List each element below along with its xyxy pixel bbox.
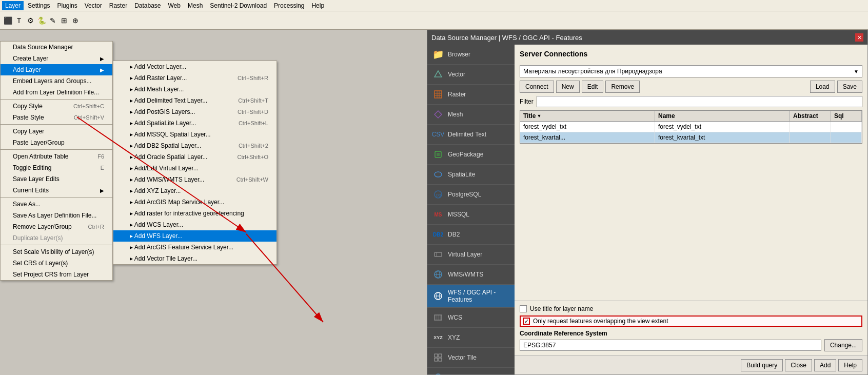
sidebar-item-raster[interactable]: Raster [427, 85, 515, 105]
mssql-icon: MS [432, 209, 444, 220]
filter-input[interactable] [537, 96, 862, 107]
menu-item-embed-layers[interactable]: Embed Layers and Groups... [1, 75, 112, 87]
menu-raster[interactable]: Raster [106, 1, 130, 10]
menu-layer[interactable]: Layer [2, 1, 24, 10]
crs-change-button[interactable]: Change... [824, 339, 862, 351]
sidebar-item-spatialite[interactable]: SpatiaLite [427, 165, 515, 185]
col-name[interactable]: Name [655, 111, 790, 121]
sidebar-item-vector-tile[interactable]: Vector Tile [427, 348, 515, 368]
submenu-add-db2[interactable]: ▸ Add DB2 Spatial Layer... Ctrl+Shift+2 [113, 140, 277, 151]
menu-help[interactable]: Help [308, 1, 327, 10]
sidebar-item-mesh[interactable]: Mesh [427, 105, 515, 125]
submenu-add-vector[interactable]: ▸ Add Vector Layer... [113, 61, 277, 72]
col-abstract[interactable]: Abstract [790, 111, 831, 121]
menu-item-set-project-crs[interactable]: Set Project CRS from Layer [1, 269, 112, 280]
menu-item-current-edits[interactable]: Current Edits ▶ [1, 185, 112, 196]
menu-item-save-as-definition[interactable]: Save As Layer Definition File... [1, 210, 112, 221]
menu-item-remove-layer[interactable]: Remove Layer/Group Ctrl+R [1, 221, 112, 232]
cell-abstract-1 [790, 122, 831, 132]
menu-item-save-layer-edits[interactable]: Save Layer Edits [1, 173, 112, 185]
menu-web[interactable]: Web [165, 1, 184, 10]
col-title[interactable]: Title ▼ [520, 111, 655, 121]
menu-mesh[interactable]: Mesh [185, 1, 206, 10]
submenu-add-arcgis-map[interactable]: ▸ Add ArcGIS Map Service Layer... [113, 196, 277, 208]
sidebar-item-mssql[interactable]: MS MSSQL [427, 205, 515, 225]
sidebar-item-arcgis-map[interactable]: ArcGIS Map Service [427, 368, 515, 374]
submenu-add-georef[interactable]: ▸ Add raster for interactive georeferenc… [113, 208, 277, 219]
sidebar-item-browser[interactable]: 📁 Browser [427, 45, 515, 65]
menu-processing[interactable]: Processing [271, 1, 307, 10]
toolbar-icon-6[interactable]: ⊞ [58, 15, 70, 26]
submenu-add-postgis[interactable]: ▸ Add PostGIS Layers... Ctrl+Shift+D [113, 106, 277, 117]
menu-item-add-layer[interactable]: Add Layer ▶ [1, 64, 112, 75]
menu-item-paste-layer[interactable]: Paste Layer/Group [1, 137, 112, 148]
connection-dropdown[interactable]: Материалы лесоустройства для Природнадзо… [520, 65, 862, 77]
toolbar-icon-5[interactable]: ✎ [47, 15, 58, 26]
sidebar-item-wcs[interactable]: WCS [427, 308, 515, 328]
close-button[interactable]: Close [785, 359, 812, 371]
help-button[interactable]: Help [838, 359, 862, 371]
menu-sentinel[interactable]: Sentinel-2 Download [207, 1, 270, 10]
submenu-add-virtual[interactable]: ▸ Add/Edit Virtual Layer... [113, 163, 277, 174]
menu-plugins[interactable]: Plugins [54, 1, 80, 10]
only-request-checkbox[interactable]: ✓ [523, 318, 530, 325]
edit-button[interactable]: Edit [582, 81, 604, 93]
menu-item-save-as[interactable]: Save As... [1, 199, 112, 210]
save-button[interactable]: Save [837, 81, 862, 93]
add-button[interactable]: Add [814, 359, 836, 371]
menu-settings[interactable]: Settings [25, 1, 53, 10]
load-button[interactable]: Load [810, 81, 835, 93]
dsm-close-button[interactable]: ✕ [855, 33, 863, 42]
menu-item-set-scale[interactable]: Set Scale Visibility of Layer(s) [1, 246, 112, 258]
crs-input[interactable] [520, 340, 821, 351]
toolbar-icon-2[interactable]: T [13, 15, 25, 26]
submenu-add-wcs[interactable]: ▸ Add WCS Layer... [113, 219, 277, 230]
menu-item-open-attribute[interactable]: Open Attribute Table F6 [1, 151, 112, 162]
menu-vector[interactable]: Vector [82, 1, 105, 10]
menu-database[interactable]: Database [131, 1, 164, 10]
menu-item-create-layer[interactable]: Create Layer ▶ [1, 53, 112, 64]
menu-item-copy-layer[interactable]: Copy Layer [1, 126, 112, 137]
menu-item-data-source-manager[interactable]: Data Source Manager [1, 42, 112, 53]
menu-item-copy-style[interactable]: Copy Style Ctrl+Shift+C [1, 101, 112, 112]
submenu-add-arcgis-feature[interactable]: ▸ Add ArcGIS Feature Service Layer... [113, 242, 277, 253]
sidebar-item-wms[interactable]: WMS/WMTS [427, 265, 515, 285]
toolbar-icon-1[interactable]: ⬛ [2, 15, 13, 26]
toolbar-icon-3[interactable]: ⚙ [25, 15, 36, 26]
use-title-checkbox[interactable] [520, 305, 527, 312]
sidebar-item-postgresql[interactable]: pg PostgreSQL [427, 185, 515, 205]
menu-item-add-from-definition[interactable]: Add from Layer Definition File... [1, 87, 112, 98]
submenu-add-delimited[interactable]: ▸ Add Delimited Text Layer... Ctrl+Shift… [113, 95, 277, 106]
sidebar-item-wfs[interactable]: WFS / OGC API - Features [427, 285, 515, 308]
sidebar-item-xyz[interactable]: XYZ XYZ [427, 328, 515, 348]
sidebar-item-virtual[interactable]: Virtual Layer [427, 245, 515, 265]
submenu-add-mesh[interactable]: ▸ Add Mesh Layer... [113, 84, 277, 95]
toolbar-icon-4[interactable]: 🐍 [36, 15, 47, 26]
submenu-add-vector-tile[interactable]: ▸ Add Vector Tile Layer... [113, 253, 277, 264]
sidebar-item-db2[interactable]: DB2 DB2 [427, 225, 515, 245]
menu-item-paste-style[interactable]: Paste Style Ctrl+Shift+V [1, 112, 112, 123]
new-button[interactable]: New [556, 81, 580, 93]
sidebar-item-geopackage[interactable]: GeoPackage [427, 145, 515, 165]
menu-item-toggle-editing[interactable]: Toggle Editing E [1, 162, 112, 173]
submenu-add-wfs[interactable]: ▸ Add WFS Layer... [113, 230, 277, 242]
menu-item-set-crs-layer[interactable]: Set CRS of Layer(s) [1, 258, 112, 269]
build-query-button[interactable]: Build query [741, 359, 783, 371]
submenu-add-oracle[interactable]: ▸ Add Oracle Spatial Layer... Ctrl+Shift… [113, 151, 277, 163]
menu-item-duplicate-layer[interactable]: Duplicate Layer(s) [1, 232, 112, 244]
submenu-add-mssql[interactable]: ▸ Add MSSQL Spatial Layer... [113, 129, 277, 140]
table-row-selected[interactable]: forest_kvartal... forest_kvartal_txt [520, 132, 862, 143]
cell-abstract-2 [790, 132, 831, 143]
svg-rect-23 [435, 354, 438, 357]
submenu-add-xyz[interactable]: ▸ Add XYZ Layer... [113, 185, 277, 196]
submenu-add-wms[interactable]: ▸ Add WMS/WMTS Layer... Ctrl+Shift+W [113, 174, 277, 185]
submenu-add-raster[interactable]: ▸ Add Raster Layer... Ctrl+Shift+R [113, 72, 277, 84]
sidebar-item-delimited[interactable]: CSV Delimited Text [427, 125, 515, 145]
connect-button[interactable]: Connect [520, 81, 554, 93]
remove-button[interactable]: Remove [605, 81, 640, 93]
toolbar-icon-7[interactable]: ⊕ [70, 15, 81, 26]
submenu-add-spatialite[interactable]: ▸ Add SpatiaLite Layer... Ctrl+Shift+L [113, 117, 277, 129]
table-row[interactable]: forest_vydel_txt forest_vydel_txt [520, 122, 862, 132]
col-sql[interactable]: Sql [831, 111, 862, 121]
sidebar-item-vector[interactable]: Vector [427, 65, 515, 85]
